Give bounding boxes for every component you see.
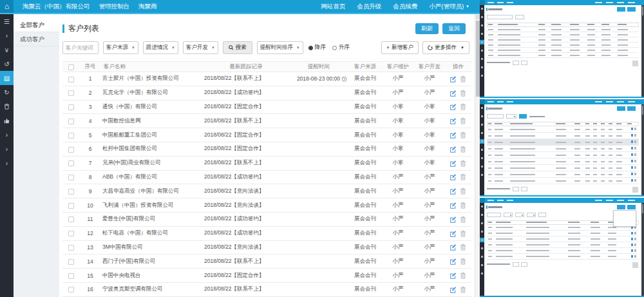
delete-button[interactable]: [459, 257, 468, 265]
chevron-right-icon[interactable]: ›: [0, 142, 14, 156]
edit-button[interactable]: [449, 145, 457, 153]
nav-shop[interactable]: 淘聚商: [138, 3, 157, 11]
customer-keeper: 小寒: [382, 117, 414, 125]
delete-button[interactable]: [459, 159, 468, 168]
row-checkbox[interactable]: [68, 175, 74, 180]
row-checkbox[interactable]: [68, 231, 74, 236]
develop-select[interactable]: 客户开发▼: [183, 41, 218, 54]
row-operations: [445, 257, 471, 265]
delete-button[interactable]: [459, 201, 468, 209]
edit-button[interactable]: [449, 271, 457, 280]
customer-list-icon[interactable]: ▤: [0, 71, 14, 85]
table-row: 12 松下电器（中国）有限公司 2018/08/22【成功签约】 展会会刊 小严…: [62, 227, 471, 241]
logout-arrow-icon[interactable]: ↻: [0, 85, 14, 99]
more-operations-button[interactable]: 更多操作▼: [422, 41, 469, 54]
edit-button[interactable]: [449, 215, 457, 224]
row-checkbox[interactable]: [68, 160, 74, 166]
user-menu[interactable]: 小严(管理员)▼: [429, 3, 469, 11]
row-checkbox[interactable]: [68, 119, 74, 124]
delete-button[interactable]: [459, 243, 468, 251]
customer-name: 通快（中国）有限公司: [101, 103, 203, 111]
delete-button[interactable]: [459, 215, 468, 224]
row-number: 4: [79, 118, 101, 124]
delete-button[interactable]: [459, 271, 468, 280]
nav-member-upgrade[interactable]: 会员升级: [357, 3, 381, 11]
edit-button[interactable]: [449, 187, 457, 195]
edit-button[interactable]: [449, 201, 457, 209]
row-checkbox[interactable]: [68, 147, 74, 153]
edit-button[interactable]: [449, 75, 457, 83]
sort-select[interactable]: 提醒时间排序▼: [257, 41, 303, 54]
delete-button[interactable]: [459, 229, 468, 238]
customer-developer: 小寒: [414, 145, 445, 153]
row-checkbox[interactable]: [68, 203, 74, 209]
delete-button[interactable]: [459, 173, 468, 181]
edit-button[interactable]: [449, 243, 457, 251]
delete-button[interactable]: [459, 102, 468, 111]
back-button[interactable]: 返回: [442, 23, 466, 34]
add-customer-button[interactable]: +新增客户: [381, 41, 419, 54]
thumbs-up-icon[interactable]: [0, 113, 14, 128]
subnav-item-all-customers[interactable]: 全部客户: [14, 18, 59, 32]
sort-asc-radio[interactable]: 升序: [332, 44, 350, 52]
followup-select[interactable]: 跟进情况▼: [143, 41, 178, 54]
edit-button[interactable]: [449, 285, 457, 294]
delete-button[interactable]: [459, 145, 468, 153]
delete-button[interactable]: [459, 117, 468, 125]
row-checkbox[interactable]: [68, 216, 74, 222]
app-preview-middle[interactable]: [480, 99, 644, 196]
home-icon[interactable]: ⌂: [0, 0, 14, 13]
app-preview-top[interactable]: [480, 0, 644, 98]
customer-developer: 小寒: [414, 103, 445, 111]
menu-icon[interactable]: ☰: [0, 14, 14, 28]
keyword-input[interactable]: [62, 41, 99, 54]
edit-button[interactable]: [449, 257, 457, 265]
nav-site-home[interactable]: 网站首页: [321, 3, 345, 11]
sort-desc-radio[interactable]: 降序: [308, 44, 326, 52]
delete-button[interactable]: [459, 89, 468, 97]
row-checkbox[interactable]: [68, 133, 74, 139]
delete-button[interactable]: [459, 75, 468, 83]
row-checkbox[interactable]: [68, 90, 74, 96]
delete-button[interactable]: [459, 131, 468, 139]
header-no: 序号: [79, 63, 101, 71]
row-checkbox[interactable]: [68, 245, 74, 251]
brand-company-name: 淘聚云（中国）有限公司: [23, 3, 90, 11]
edit-button[interactable]: [449, 102, 457, 111]
chevron-right-icon[interactable]: ›: [0, 128, 14, 142]
chevron-right-icon[interactable]: ›: [0, 28, 14, 43]
vertical-scrollbar[interactable]: [475, 14, 480, 297]
edit-button[interactable]: [449, 229, 457, 238]
refresh-button[interactable]: 刷新: [415, 23, 439, 34]
nav-admin-console[interactable]: 管理控制台: [99, 3, 130, 11]
row-checkbox[interactable]: [68, 287, 74, 292]
app-preview-bottom[interactable]: [480, 198, 644, 297]
edit-button[interactable]: [449, 131, 457, 139]
row-checkbox[interactable]: [68, 189, 74, 195]
nav-member-renew[interactable]: 会员续费: [393, 3, 417, 11]
edit-button[interactable]: [449, 173, 457, 181]
edit-button[interactable]: [449, 159, 457, 168]
delete-button[interactable]: [459, 285, 468, 294]
row-checkbox[interactable]: [68, 104, 74, 110]
customer-keeper: 小寒: [382, 103, 414, 111]
customer-source: 展会会刊: [348, 131, 382, 139]
customer-source: 展会会刊: [348, 159, 382, 167]
chevron-right-icon[interactable]: ›: [0, 156, 14, 170]
edit-button[interactable]: [449, 117, 457, 125]
login-arrow-icon[interactable]: ↺: [0, 57, 14, 71]
row-operations: [445, 145, 471, 153]
trash-icon[interactable]: [0, 99, 14, 113]
subnav-item-success-customers[interactable]: 成功客户: [14, 32, 59, 46]
chevron-down-icon[interactable]: ∨: [0, 43, 14, 57]
row-checkbox[interactable]: [68, 273, 74, 279]
source-select[interactable]: 客户来源▼: [103, 41, 138, 54]
delete-button[interactable]: [459, 187, 468, 195]
customer-keeper: 小严: [382, 272, 414, 280]
customer-keeper: 小严: [382, 229, 414, 237]
search-button[interactable]: 搜索: [223, 41, 252, 54]
select-all-checkbox[interactable]: [68, 64, 74, 70]
edit-button[interactable]: [449, 89, 457, 97]
row-checkbox[interactable]: [68, 259, 74, 265]
row-checkbox[interactable]: [68, 77, 74, 82]
